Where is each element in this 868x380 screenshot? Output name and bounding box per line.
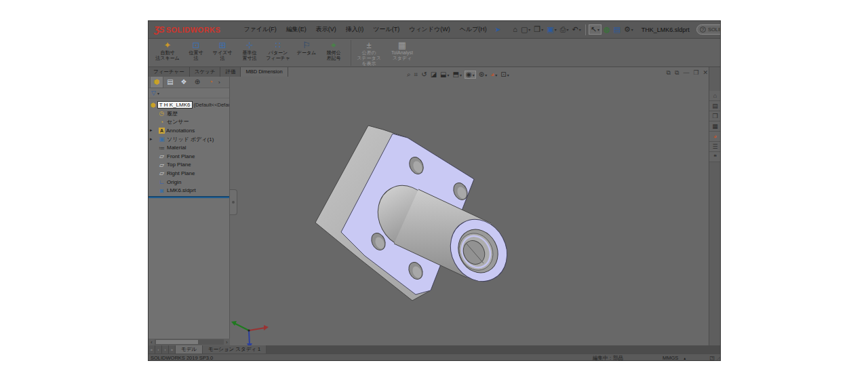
rollback-bar[interactable] (149, 196, 229, 198)
design-library-tab[interactable]: ▤ (709, 101, 721, 111)
undo-button[interactable]: ↶▾ (570, 25, 582, 34)
units-dropdown[interactable]: MMGS▴ (663, 355, 686, 361)
window-previous-icon[interactable]: ⧉ (667, 69, 671, 77)
graphics-viewport[interactable]: ⌕ ⌗ ↺ ◪ ⬓▾ ⬒▾ ◉▾ ⊛▾ ◕▾ ⊡▾ (230, 67, 710, 345)
base-part-icon: ◙ (158, 187, 165, 194)
menu-file[interactable]: ファイル(F) (239, 24, 280, 35)
expand-arrow-icon[interactable]: ▸ (150, 136, 153, 142)
select-tool-button[interactable]: ↖▾ (589, 24, 601, 35)
datum-button[interactable]: ⚐ データム (294, 40, 319, 56)
edit-appearance-button[interactable]: ◕▾ (490, 71, 498, 78)
view-orientation-icon: ⬒ (453, 71, 459, 78)
file-properties-button[interactable]: ▤ (612, 25, 622, 34)
view-settings-button[interactable]: ⊡▾ (500, 71, 509, 78)
propertymanager-tab-icon[interactable]: ▤ (163, 77, 177, 88)
tab-scroll-first-button[interactable]: « (149, 345, 155, 354)
tree-item-right-plane[interactable]: ▱ Right Plane (149, 169, 229, 178)
menu-window[interactable]: ウィンドウ(W) (405, 24, 454, 35)
tree-item-annotations[interactable]: ▸ A Annotations (149, 126, 229, 135)
solidworks-resources-tab[interactable]: ⌂ (709, 91, 721, 101)
menu-help[interactable]: ヘルプ(H) (456, 24, 491, 35)
featuremanager-tab-icon[interactable]: ⬢ (150, 77, 163, 88)
pattern-feature-button[interactable]: ∷ パターンフィーチャ (264, 40, 292, 62)
tree-root-name[interactable]: T H K_LMK6 (157, 101, 193, 109)
expand-arrow-icon[interactable]: ▸ (150, 128, 153, 133)
menu-view[interactable]: 表示(V) (312, 24, 340, 35)
new-document-button[interactable]: ▢▾ (519, 25, 532, 34)
tree-item-sensors[interactable]: ◔ センサー (149, 118, 229, 127)
panel-splitter-handle[interactable] (230, 189, 237, 215)
scrollbar-thumb[interactable] (156, 340, 198, 344)
solidworks-logo: ƷS SOLIDWORKS (154, 24, 220, 35)
tab-features[interactable]: フィーチャー (149, 67, 190, 77)
print-button[interactable]: ⎙▾ (559, 25, 570, 34)
auto-dimension-scheme-button[interactable]: ✦ 自動寸法スキーム (153, 40, 182, 62)
home-button[interactable]: ⌂ (511, 25, 519, 34)
document-restore-button[interactable]: ❐ (693, 69, 698, 77)
tab-evaluate[interactable]: 評価 (220, 67, 241, 77)
tree-item-front-plane[interactable]: ▱ Front Plane (149, 152, 229, 161)
datum-location-dimension-button[interactable]: ⊹ 基準位置寸法 (237, 40, 262, 62)
location-dimension-button[interactable]: ⊡ 位置寸法 (184, 40, 208, 62)
chevron-down-icon: ▾ (555, 27, 557, 32)
save-button[interactable]: ▣▾ (545, 25, 557, 34)
file-explorer-tab[interactable]: ❒ (709, 111, 721, 121)
document-close-button[interactable]: ✕ (703, 69, 708, 77)
scroll-right-arrow-icon[interactable]: › (224, 340, 230, 345)
view-palette-tab[interactable]: ▦ (709, 121, 721, 132)
resize-grip-icon: ◿ (716, 356, 720, 361)
zoom-area-button[interactable]: ⌗ (414, 71, 419, 78)
tab-scroll-last-button[interactable]: » (169, 345, 176, 354)
tree-item-solid-bodies[interactable]: ▸ ▣ ソリッド ボディ(1) (149, 135, 229, 144)
dynamic-annotation-views-button[interactable]: ⬓▾ (439, 71, 450, 78)
tree-item-top-plane[interactable]: ▱ Top Plane (149, 161, 229, 170)
scrollbar-track[interactable] (155, 339, 224, 345)
tree-item-history[interactable]: ◷ 履歴 (149, 109, 229, 118)
chevron-down-icon: ▾ (597, 27, 599, 32)
display-style-button[interactable]: ◉▾ (465, 71, 476, 79)
dimxpertmanager-tab-icon[interactable]: ⊕ (191, 77, 204, 88)
view-orientation-button[interactable]: ⬒▾ (452, 71, 462, 78)
chevron-down-icon: ▾ (448, 73, 450, 77)
geometric-tolerance-button[interactable]: ⌖ 幾何公差記号 (321, 40, 347, 62)
tab-sketch[interactable]: スケッチ (190, 67, 221, 77)
tag-icon[interactable]: ◳ (709, 355, 715, 361)
hide-show-items-button[interactable]: ⊛▾ (478, 71, 488, 78)
configurationmanager-tab-icon[interactable]: ❖ (177, 77, 191, 88)
model-tab[interactable]: モデル (176, 345, 202, 354)
part-model-3d-view[interactable] (230, 67, 710, 345)
size-dimension-button[interactable]: ⊞ サイズ寸法 (210, 40, 235, 62)
panel-horizontal-scrollbar[interactable]: ‹ › (149, 339, 230, 345)
datum-location-dimension-icon: ⊹ (246, 41, 254, 50)
tree-filter[interactable]: ▽ ▾ (149, 88, 229, 98)
tab-scroll-prev-button[interactable]: ‹ (155, 345, 162, 354)
displaymanager-tab-icon[interactable]: ◔ (204, 77, 218, 88)
panel-tabs-overflow-chevron[interactable]: › (218, 79, 220, 86)
pin-menu-icon[interactable]: ➤ (495, 26, 500, 33)
tree-item-material[interactable]: ≔ Material (149, 143, 229, 152)
menu-tools[interactable]: ツール(T) (369, 24, 403, 35)
menu-bar: ファイル(F) 編集(E) 表示(V) 挿入(I) ツール(T) ウィンドウ(W… (239, 24, 490, 35)
section-view-button[interactable]: ◪ (430, 71, 437, 78)
tree-item-base-part[interactable]: ◙ LMK6.sldprt (149, 186, 229, 195)
previous-view-button[interactable]: ↺ (420, 71, 427, 78)
window-next-icon[interactable]: ⧉ (675, 69, 679, 77)
menu-edit[interactable]: 編集(E) (282, 24, 311, 35)
home-icon: ⌂ (513, 26, 517, 33)
tab-mbd-dimension[interactable]: MBD Dimension (241, 67, 288, 77)
document-minimize-button[interactable]: — (683, 69, 689, 77)
tab-scroll-next-button[interactable]: › (162, 345, 169, 354)
appearances-scenes-tab[interactable]: ◕ (709, 132, 721, 142)
custom-properties-tab[interactable]: ☰ (709, 142, 721, 152)
motion-study-tab[interactable]: モーション スタディ 1 (202, 345, 267, 354)
rebuild-button[interactable]: ◍ (602, 25, 612, 34)
zoom-fit-button[interactable]: ⌕ (406, 71, 412, 78)
menu-insert[interactable]: 挿入(I) (342, 24, 368, 35)
solidworks-forum-tab[interactable]: ❝ (709, 152, 721, 162)
scroll-left-arrow-icon[interactable]: ‹ (149, 340, 155, 345)
tree-root[interactable]: ⬢ T H K_LMK6 (Default<<Default>_ (149, 100, 229, 109)
tree-item-origin[interactable]: ∟ Origin (149, 178, 229, 187)
help-search-box[interactable]: ? SOLIDWORKS ヘルプ検索 ⌕ ▾ (696, 24, 721, 35)
open-button[interactable]: ❒▾ (532, 25, 545, 34)
options-button[interactable]: ⚙▾ (623, 25, 635, 34)
